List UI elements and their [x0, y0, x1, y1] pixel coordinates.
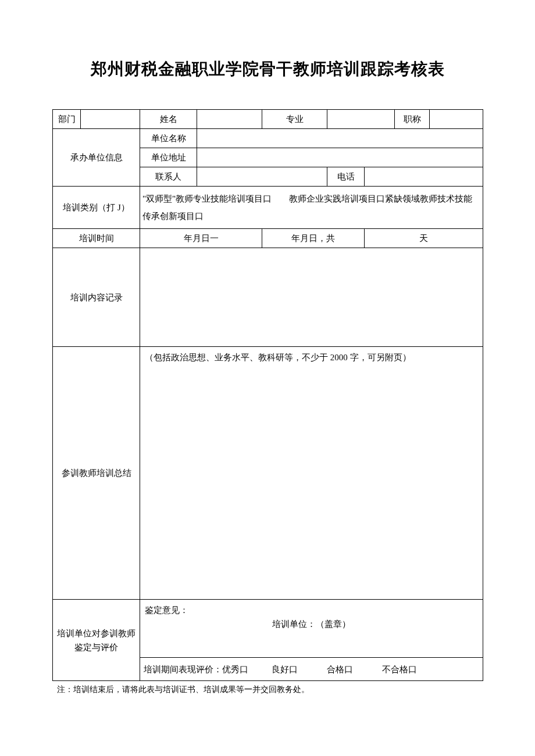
eval-label: 培训单位对参训教师鉴定与评价	[53, 600, 140, 681]
eval-opinion-cell[interactable]: 鉴定意见： 培训单位：（盖章）	[140, 600, 483, 658]
rating-pass: 合格口	[327, 662, 353, 676]
eval-stamp: 培训单位：（盖章）	[145, 617, 478, 635]
title-label: 职称	[395, 110, 430, 129]
rating-fail: 不合格口	[382, 662, 417, 676]
content-label: 培训内容记录	[53, 248, 140, 347]
contact-value[interactable]	[197, 167, 327, 187]
time-end[interactable]: 年月日，共	[262, 229, 365, 248]
name-label: 姓名	[140, 110, 197, 129]
footnote: 注：培训结束后，请将此表与培训证书、培训成果等一并交回教务处。	[52, 685, 483, 695]
phone-value[interactable]	[365, 167, 483, 187]
phone-label: 电话	[327, 167, 365, 187]
rating-good: 良好口	[272, 662, 298, 676]
major-label: 专业	[262, 110, 327, 129]
time-start[interactable]: 年月日一	[140, 229, 262, 248]
host-section-label: 承办单位信息	[53, 129, 140, 187]
dept-label: 部门	[53, 110, 81, 129]
summary-label: 参训教师培训总结	[53, 347, 140, 600]
unit-name-value[interactable]	[197, 129, 483, 148]
rating-prefix: 培训期间表现评价：优秀口	[144, 662, 248, 676]
form-table: 部门 姓名 专业 职称 承办单位信息 单位名称 单位地址 联系人 电话 培训类别…	[52, 109, 483, 681]
page-title: 郑州财税金融职业学院骨干教师培训跟踪考核表	[52, 58, 483, 80]
major-value[interactable]	[327, 110, 395, 129]
unit-name-label: 单位名称	[140, 129, 197, 148]
contact-label: 联系人	[140, 167, 197, 187]
eval-rating[interactable]: 培训期间表现评价：优秀口 良好口 合格口 不合格口	[140, 658, 483, 681]
eval-opinion-label: 鉴定意见：	[145, 603, 478, 617]
time-label: 培训时间	[53, 229, 140, 248]
time-days[interactable]: 天	[365, 229, 483, 248]
category-label: 培训类别（打 J）	[53, 187, 140, 229]
category-options[interactable]: "双师型"教师专业技能培训项目口 教师企业实践培训项目口紧缺领域教师技术技能传承…	[140, 187, 483, 229]
unit-addr-value[interactable]	[197, 148, 483, 167]
name-value[interactable]	[197, 110, 262, 129]
summary-value[interactable]: （包括政治思想、业务水平、教科研等，不少于 2000 字，可另附页）	[140, 347, 483, 600]
title-value[interactable]	[430, 110, 483, 129]
unit-addr-label: 单位地址	[140, 148, 197, 167]
content-value[interactable]	[140, 248, 483, 347]
dept-value[interactable]	[81, 110, 140, 129]
